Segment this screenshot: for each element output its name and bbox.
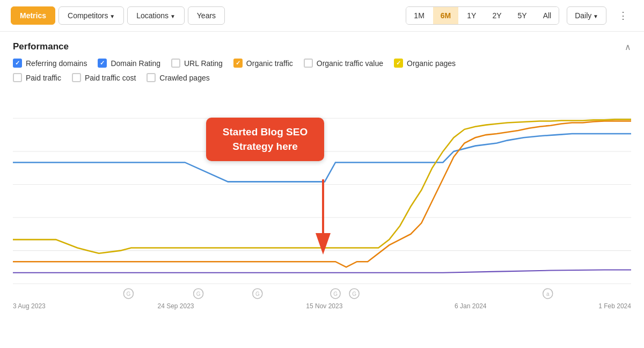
checkbox-organic-traffic-box: ✓ — [233, 59, 243, 68]
daily-button[interactable]: Daily — [567, 6, 606, 25]
checkbox-paid-traffic[interactable]: Paid traffic — [13, 73, 61, 82]
checkbox-domain-rating[interactable]: ✓ Domain Rating — [98, 59, 160, 68]
x-label-jan: 6 Jan 2024 — [455, 302, 486, 310]
checkbox-organic-pages-label: Organic pages — [407, 59, 456, 68]
marker-g4-label: G — [333, 291, 338, 297]
annotation-line1: Started Blog SEO — [223, 126, 308, 137]
x-label-sep: 24 Sep 2023 — [157, 302, 194, 310]
annotation-bubble: Started Blog SEO Strategy here — [206, 118, 324, 161]
performance-title: Performance — [13, 41, 69, 52]
time-1y[interactable]: 1Y — [459, 7, 484, 24]
checkbox-organic-pages[interactable]: ✓ Organic pages — [394, 59, 456, 68]
marker-g5-label: G — [352, 291, 356, 297]
checkbox-url-rating-box — [171, 59, 180, 68]
time-6m[interactable]: 6M — [433, 7, 458, 24]
time-range-group: 1M 6M 1Y 2Y 5Y All — [406, 6, 559, 25]
checkbox-paid-traffic-box — [13, 73, 22, 82]
x-label-aug: 3 Aug 2023 — [13, 302, 46, 310]
more-options-button[interactable]: ⋮ — [613, 5, 633, 26]
checkbox-referring-domains-label: Referring domains — [26, 59, 87, 68]
metrics-checkboxes-row1: ✓ Referring domains ✓ Domain Rating URL … — [0, 59, 644, 73]
x-label-nov: 15 Nov 2023 — [306, 302, 342, 310]
checkbox-referring-domains-box: ✓ — [13, 59, 22, 68]
performance-header: Performance ∧ — [0, 32, 644, 59]
checkbox-paid-traffic-cost-label: Paid traffic cost — [85, 74, 136, 82]
checkbox-crawled-pages[interactable]: Crawled pages — [147, 73, 209, 82]
competitors-button[interactable]: Competitors — [58, 6, 124, 25]
checkbox-organic-traffic-label: Organic traffic — [246, 59, 293, 68]
checkbox-domain-rating-label: Domain Rating — [111, 59, 160, 68]
marker-g3-label: G — [255, 291, 260, 297]
checkbox-domain-rating-box: ✓ — [98, 59, 107, 68]
collapse-button[interactable]: ∧ — [625, 42, 631, 52]
metrics-button[interactable]: Metrics — [11, 6, 55, 25]
checkbox-organic-traffic-value-box — [304, 59, 313, 68]
checkbox-organic-traffic-value-label: Organic traffic value — [317, 59, 383, 68]
checkbox-organic-pages-box: ✓ — [394, 59, 403, 68]
x-axis-labels: 3 Aug 2023 24 Sep 2023 15 Nov 2023 6 Jan… — [0, 300, 644, 310]
checkbox-paid-traffic-cost-box — [72, 73, 81, 82]
checkbox-organic-traffic[interactable]: ✓ Organic traffic — [233, 59, 293, 68]
time-1m[interactable]: 1M — [406, 7, 431, 24]
checkbox-referring-domains[interactable]: ✓ Referring domains — [13, 59, 87, 68]
checkbox-url-rating[interactable]: URL Rating — [171, 59, 223, 68]
years-button[interactable]: Years — [188, 6, 225, 25]
checkbox-crawled-pages-label: Crawled pages — [159, 74, 209, 82]
time-all[interactable]: All — [536, 7, 559, 24]
time-2y[interactable]: 2Y — [485, 7, 509, 24]
locations-button[interactable]: Locations — [127, 6, 185, 25]
checkbox-paid-traffic-cost[interactable]: Paid traffic cost — [72, 73, 136, 82]
metrics-checkboxes-row2: Paid traffic Paid traffic cost Crawled p… — [0, 73, 644, 88]
top-navigation: Metrics Competitors Locations Years 1M 6… — [0, 0, 644, 32]
annotation-line2: Strategy here — [232, 141, 297, 152]
checkbox-organic-traffic-value[interactable]: Organic traffic value — [304, 59, 383, 68]
referring-domains-line — [13, 270, 631, 273]
marker-g1-label: G — [126, 291, 130, 297]
marker-g2-label: G — [196, 291, 201, 297]
checkbox-url-rating-label: URL Rating — [184, 59, 223, 68]
time-5y[interactable]: 5Y — [510, 7, 535, 24]
marker-a1-label: a — [546, 291, 550, 297]
annotation-arrow — [307, 179, 350, 249]
performance-chart: G G G G G a Started Blog SEO Strategy he… — [13, 91, 631, 300]
checkbox-crawled-pages-box — [147, 73, 156, 82]
checkbox-paid-traffic-label: Paid traffic — [26, 74, 61, 82]
x-label-feb: 1 Feb 2024 — [598, 302, 631, 310]
